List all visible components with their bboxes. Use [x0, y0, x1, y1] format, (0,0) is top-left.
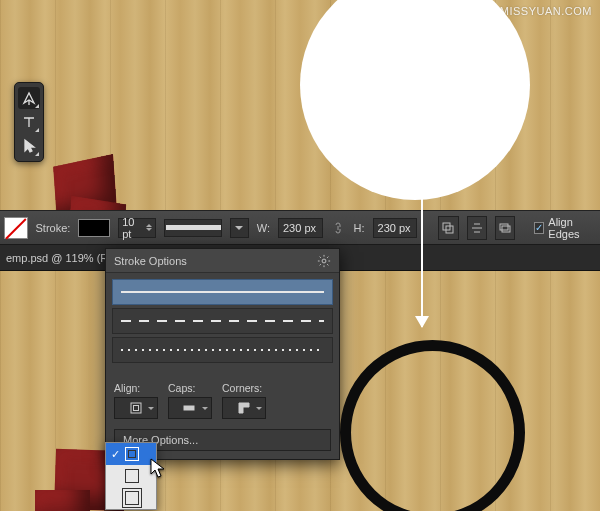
document-tab[interactable]: emp.psd @ 119% (R [6, 252, 108, 264]
svg-rect-6 [134, 406, 139, 411]
stroke-caps-dropdown[interactable] [168, 397, 212, 419]
svg-rect-2 [500, 224, 508, 230]
corners-label: Corners: [222, 382, 266, 394]
red-cube-decor [35, 490, 90, 511]
type-tool[interactable] [18, 111, 40, 133]
caps-label: Caps: [168, 382, 212, 394]
stroke-label: Stroke: [36, 222, 71, 234]
options-bar: Stroke: 10 pt W: 230 px H: 230 px Align … [0, 210, 600, 245]
gear-icon[interactable] [317, 254, 331, 268]
stroke-style-dropdown[interactable] [230, 218, 249, 238]
stroke-style-solid[interactable] [112, 279, 333, 305]
fill-swatch-none[interactable] [4, 217, 28, 239]
align-edges-label: Align Edges [548, 216, 596, 240]
align-edges-checkbox[interactable]: Align Edges [534, 216, 596, 240]
stroked-circle-shape[interactable] [340, 340, 525, 511]
stroke-align-flyout: ✓ [105, 442, 157, 510]
svg-rect-5 [131, 403, 141, 413]
panel-title: Stroke Options [114, 255, 187, 267]
pen-tool[interactable] [18, 87, 40, 109]
height-label: H: [354, 222, 365, 234]
annotation-arrow-icon [421, 182, 423, 327]
svg-rect-7 [184, 406, 194, 410]
path-operations-button[interactable] [438, 216, 458, 240]
stroke-style-dashed[interactable] [112, 308, 333, 334]
stroke-style-preview[interactable] [164, 219, 222, 237]
check-icon: ✓ [111, 448, 121, 461]
align-center-icon [125, 469, 139, 483]
align-option-center[interactable] [106, 465, 156, 487]
corners-miter-icon [237, 401, 251, 415]
stroke-corners-dropdown[interactable] [222, 397, 266, 419]
align-outside-icon [125, 491, 139, 505]
align-option-outside[interactable] [106, 487, 156, 509]
align-inside-icon [129, 401, 143, 415]
path-selection-tool[interactable] [18, 135, 40, 157]
stroke-align-dropdown[interactable] [114, 397, 158, 419]
svg-rect-3 [502, 226, 510, 232]
link-wh-icon[interactable] [331, 219, 346, 237]
svg-point-4 [322, 259, 326, 263]
stroke-color-swatch[interactable] [78, 219, 110, 237]
stroke-width-value: 10 pt [122, 216, 146, 240]
width-field[interactable]: 230 px [278, 218, 323, 238]
align-inside-icon [125, 447, 139, 461]
stroke-style-dotted[interactable] [112, 337, 333, 363]
align-label: Align: [114, 382, 158, 394]
path-align-button[interactable] [467, 216, 487, 240]
width-label: W: [257, 222, 270, 234]
checkbox-icon [534, 222, 544, 234]
height-field[interactable]: 230 px [373, 218, 418, 238]
tools-palette [14, 82, 44, 162]
caps-butt-icon [182, 402, 198, 414]
stroke-options-panel: Stroke Options Align: Caps: Corners: [105, 248, 340, 460]
path-arrange-button[interactable] [495, 216, 515, 240]
stroke-width-field[interactable]: 10 pt [118, 218, 156, 238]
align-option-inside[interactable]: ✓ [106, 443, 156, 465]
